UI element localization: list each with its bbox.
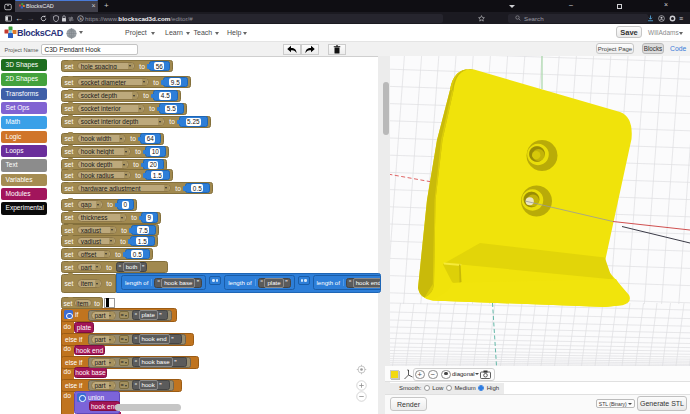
- svg-text:b: b: [79, 16, 82, 21]
